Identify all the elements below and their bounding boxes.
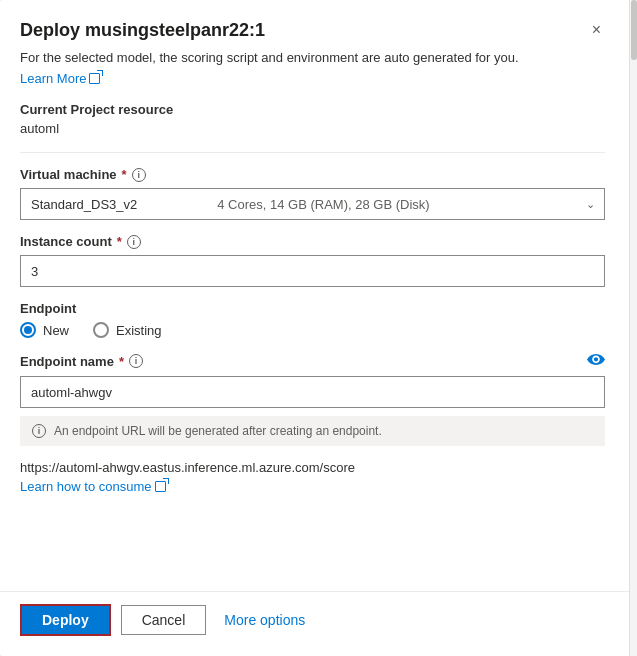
- vm-select[interactable]: Standard_DS3_v2 4 Cores, 14 GB (RAM), 28…: [20, 188, 605, 220]
- current-project-value: automl: [20, 121, 605, 136]
- consume-external-icon: [155, 481, 166, 492]
- endpoint-name-info-icon[interactable]: i: [129, 354, 143, 368]
- deploy-dialog: Deploy musingsteelpanr22:1 × For the sel…: [0, 0, 637, 656]
- vm-selected-label: Standard_DS3_v2: [31, 197, 137, 212]
- radio-existing-label: Existing: [116, 323, 162, 338]
- vm-select-wrapper: Standard_DS3_v2 4 Cores, 14 GB (RAM), 28…: [20, 188, 605, 220]
- info-box-text: An endpoint URL will be generated after …: [54, 424, 382, 438]
- cancel-button[interactable]: Cancel: [121, 605, 207, 635]
- endpoint-label: Endpoint: [20, 301, 605, 316]
- dialog-footer: Deploy Cancel More options: [0, 591, 629, 656]
- endpoint-name-label: Endpoint name * i: [20, 354, 143, 369]
- vm-info-icon[interactable]: i: [132, 168, 146, 182]
- endpoint-info-box: i An endpoint URL will be generated afte…: [20, 416, 605, 446]
- radio-new-label: New: [43, 323, 69, 338]
- instance-count-required: *: [117, 234, 122, 249]
- scrollbar-thumb: [631, 0, 637, 60]
- radio-existing-input[interactable]: [93, 322, 109, 338]
- vm-description: 4 Cores, 14 GB (RAM), 28 GB (Disk): [217, 197, 429, 212]
- radio-new[interactable]: New: [20, 322, 69, 338]
- learn-more-link[interactable]: Learn More: [20, 71, 100, 86]
- radio-new-dot: [24, 326, 32, 334]
- scrollbar[interactable]: [629, 0, 637, 656]
- endpoint-name-row: Endpoint name * i: [20, 352, 605, 370]
- divider-1: [20, 152, 605, 153]
- deploy-button[interactable]: Deploy: [20, 604, 111, 636]
- vm-required-star: *: [122, 167, 127, 182]
- radio-new-input[interactable]: [20, 322, 36, 338]
- endpoint-name-group: Endpoint name * i i An endpoint URL will…: [20, 352, 605, 446]
- virtual-machine-group: Virtual machine * i Standard_DS3_v2 4 Co…: [20, 167, 605, 220]
- consume-link[interactable]: Learn how to consume: [20, 479, 166, 494]
- current-project-section: Current Project resource automl: [20, 102, 605, 136]
- close-button[interactable]: ×: [588, 20, 605, 40]
- external-link-icon: [89, 73, 100, 84]
- eye-icon[interactable]: [587, 352, 605, 370]
- instance-count-input[interactable]: [20, 255, 605, 287]
- more-options-button[interactable]: More options: [216, 606, 313, 634]
- instance-count-group: Instance count * i: [20, 234, 605, 287]
- endpoint-radio-group: New Existing: [20, 322, 605, 338]
- dialog-header: Deploy musingsteelpanr22:1 ×: [20, 20, 605, 41]
- current-project-label: Current Project resource: [20, 102, 605, 117]
- endpoint-section: Endpoint New Existing: [20, 301, 605, 338]
- vm-label: Virtual machine * i: [20, 167, 605, 182]
- radio-existing[interactable]: Existing: [93, 322, 162, 338]
- endpoint-name-input[interactable]: [20, 376, 605, 408]
- dialog-title: Deploy musingsteelpanr22:1: [20, 20, 265, 41]
- endpoint-url: https://automl-ahwgv.eastus.inference.ml…: [20, 460, 605, 475]
- instance-count-info-icon[interactable]: i: [127, 235, 141, 249]
- info-box-icon: i: [32, 424, 46, 438]
- endpoint-name-required: *: [119, 354, 124, 369]
- instance-count-label: Instance count * i: [20, 234, 605, 249]
- dialog-description: For the selected model, the scoring scri…: [20, 49, 605, 67]
